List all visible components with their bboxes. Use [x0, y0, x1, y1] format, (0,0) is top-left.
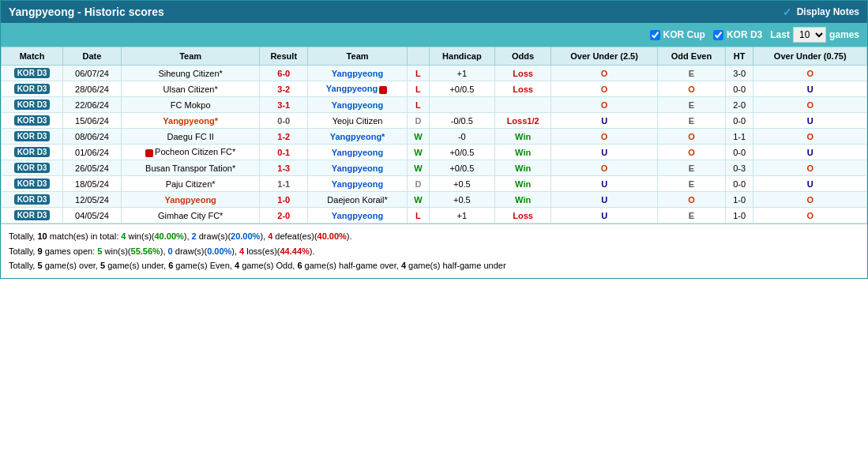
- odd-even: E: [657, 97, 725, 113]
- match-date: 06/07/24: [63, 66, 122, 81]
- match-badge: KOR D3: [2, 97, 63, 113]
- display-notes-label: Display Notes: [797, 6, 859, 17]
- display-notes-check-icon: ✓: [783, 6, 792, 18]
- kor-d3-filter[interactable]: KOR D3: [713, 29, 762, 40]
- odd-even: O: [657, 192, 725, 208]
- half-time-score: 2-0: [725, 97, 753, 113]
- half-time-score: 0-3: [725, 160, 753, 176]
- half-time-score: 3-0: [725, 66, 753, 81]
- over-under-075: O: [753, 208, 867, 224]
- team1-name: Pocheon Citizen FC*: [121, 145, 259, 160]
- over-under-25: O: [551, 97, 658, 113]
- over-under-25: U: [551, 192, 658, 208]
- half-time-score: 0-0: [725, 113, 753, 129]
- col-result: Result: [260, 47, 308, 66]
- table-row: KOR D315/06/24Yangpyeong*0-0Yeoju Citize…: [2, 113, 867, 129]
- team1-name: Busan Transpor Tation*: [121, 160, 259, 176]
- col-team2: Team: [308, 47, 408, 66]
- match-badge: KOR D3: [2, 81, 63, 97]
- scores-table: Match Date Team Result Team Handicap Odd…: [1, 47, 867, 224]
- table-row: KOR D318/05/24Paju Citizen*1-1Yangpyeong…: [2, 176, 867, 192]
- col-match: Match: [2, 47, 63, 66]
- over-under-075: O: [753, 192, 867, 208]
- half-time-score: 1-0: [725, 208, 753, 224]
- col-ou25: Over Under (2.5): [551, 47, 658, 66]
- match-result: 0-0: [260, 113, 308, 129]
- match-result: 1-3: [260, 160, 308, 176]
- odds-result: Loss: [495, 66, 551, 81]
- half-time-score: 0-0: [725, 145, 753, 160]
- over-under-25: U: [551, 113, 658, 129]
- odd-even: E: [657, 160, 725, 176]
- over-under-075: O: [753, 97, 867, 113]
- table-row: KOR D301/06/24Pocheon Citizen FC*0-1Yang…: [2, 145, 867, 160]
- last-games-filter: Last 10 5 15 20 30 All games: [770, 27, 859, 43]
- match-result: 6-0: [260, 66, 308, 81]
- match-badge: KOR D3: [2, 208, 63, 224]
- header-right: ✓ Display Notes: [783, 6, 859, 18]
- over-under-075: O: [753, 129, 867, 145]
- over-under-075: U: [753, 176, 867, 192]
- odd-even: E: [657, 66, 725, 81]
- outcome-letter: L: [408, 97, 430, 113]
- match-date: 01/06/24: [63, 145, 122, 160]
- team1-name: Yangpyeong*: [121, 113, 259, 129]
- team1-name: Gimhae City FC*: [121, 208, 259, 224]
- over-under-25: O: [551, 66, 658, 81]
- odds-result: Win: [495, 192, 551, 208]
- half-time-score: 1-1: [725, 129, 753, 145]
- odds-result: Loss: [495, 81, 551, 97]
- outcome-letter: W: [408, 160, 430, 176]
- match-date: 04/05/24: [63, 208, 122, 224]
- odds-result: Win: [495, 160, 551, 176]
- team1-name: Siheung Citizen*: [121, 66, 259, 81]
- match-result: 2-0: [260, 208, 308, 224]
- team2-name: Yangpyeong: [308, 81, 408, 97]
- odd-even: O: [657, 145, 725, 160]
- match-result: 3-1: [260, 97, 308, 113]
- team1-name: Paju Citizen*: [121, 176, 259, 192]
- kor-cup-checkbox[interactable]: [650, 30, 660, 40]
- handicap-value: +0/0.5: [429, 160, 494, 176]
- handicap-value: [429, 97, 494, 113]
- team2-name: Yangpyeong: [308, 160, 408, 176]
- match-date: 26/05/24: [63, 160, 122, 176]
- footer-line2: Totally, 9 games open: 5 win(s)(55.56%),…: [9, 245, 859, 258]
- col-handicap: Handicap: [429, 47, 494, 66]
- over-under-075: O: [753, 66, 867, 81]
- odds-result: [495, 97, 551, 113]
- match-badge: KOR D3: [2, 129, 63, 145]
- table-row: KOR D306/07/24Siheung Citizen*6-0Yangpye…: [2, 66, 867, 81]
- col-odds: Odds: [495, 47, 551, 66]
- kor-d3-checkbox[interactable]: [713, 30, 723, 40]
- outcome-letter: L: [408, 208, 430, 224]
- col-ou075: Over Under (0.75): [753, 47, 867, 66]
- table-row: KOR D326/05/24Busan Transpor Tation*1-3Y…: [2, 160, 867, 176]
- over-under-25: O: [551, 81, 658, 97]
- table-row: KOR D322/06/24FC Mokpo3-1YangpyeongLOE2-…: [2, 97, 867, 113]
- footer-line1: Totally, 10 match(es) in total: 4 win(s)…: [9, 230, 859, 243]
- odds-result: Win: [495, 129, 551, 145]
- odds-result: Loss: [495, 208, 551, 224]
- odds-result: Win: [495, 145, 551, 160]
- header-bar: Yangpyeong - Historic scores ✓ Display N…: [1, 1, 867, 23]
- odds-result: Win: [495, 176, 551, 192]
- handicap-value: +1: [429, 66, 494, 81]
- over-under-25: U: [551, 208, 658, 224]
- team2-name: Yeoju Citizen: [308, 113, 408, 129]
- table-row: KOR D328/06/24Ulsan Citizen*3-2Yangpyeon…: [2, 81, 867, 97]
- outcome-letter: L: [408, 81, 430, 97]
- over-under-075: U: [753, 113, 867, 129]
- col-ht: HT: [725, 47, 753, 66]
- last-games-select[interactable]: 10 5 15 20 30 All: [793, 27, 826, 43]
- team1-name: FC Mokpo: [121, 97, 259, 113]
- match-result: 1-2: [260, 129, 308, 145]
- match-date: 22/06/24: [63, 97, 122, 113]
- handicap-value: +0/0.5: [429, 81, 494, 97]
- match-result: 0-1: [260, 145, 308, 160]
- page-title: Yangpyeong - Historic scores: [9, 6, 164, 18]
- kor-cup-filter[interactable]: KOR Cup: [650, 29, 705, 40]
- handicap-value: +0.5: [429, 192, 494, 208]
- col-odd-even: Odd Even: [657, 47, 725, 66]
- half-time-score: 0-0: [725, 81, 753, 97]
